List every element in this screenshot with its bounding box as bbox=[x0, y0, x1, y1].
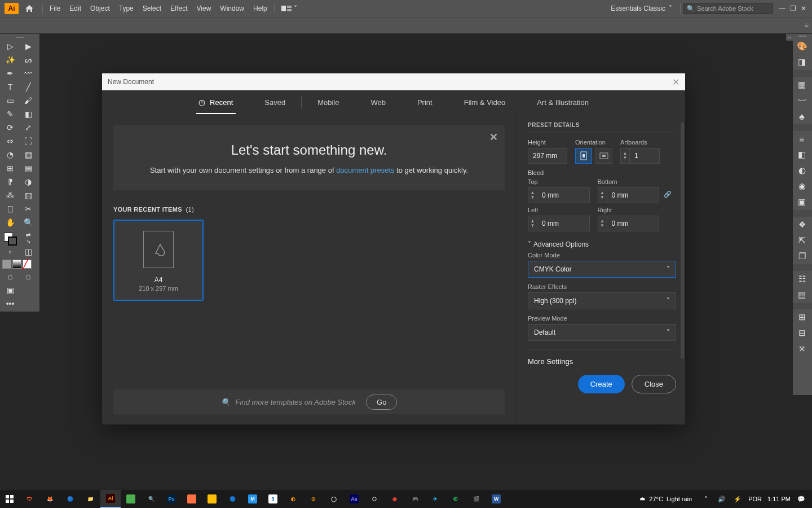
free-transform-tool[interactable]: ⛶ bbox=[19, 134, 37, 148]
more-settings-link[interactable]: More Settings bbox=[528, 357, 676, 366]
asset-export-icon[interactable]: ⇱ bbox=[793, 233, 811, 248]
color-mode-dropdown[interactable]: CMYK Color˅ bbox=[528, 261, 676, 278]
doc-arrange-menu[interactable]: ˅ bbox=[277, 5, 302, 12]
close-button[interactable]: ✕ bbox=[801, 5, 806, 12]
bleed-left-input[interactable]: 0 mm bbox=[537, 216, 590, 231]
taskbar-app-green[interactable] bbox=[121, 490, 141, 508]
bleed-right-stepper[interactable]: ▲▼ bbox=[598, 216, 607, 231]
tab-recent[interactable]: ◷Recent bbox=[183, 90, 249, 114]
rectangle-tool[interactable]: ▭ bbox=[1, 94, 19, 107]
search-field[interactable]: 🔍 Find more templates on Adobe Stock bbox=[221, 398, 356, 406]
direct-selection-tool[interactable]: ▶ bbox=[19, 40, 37, 53]
tab-film-video[interactable]: Film & Video bbox=[448, 90, 521, 114]
slice-tool[interactable]: ✂ bbox=[19, 202, 37, 216]
bleed-right-input[interactable]: 0 mm bbox=[607, 216, 660, 231]
stock-search[interactable]: 🔍 Search Adobe Stock bbox=[683, 3, 773, 14]
taskbar-app-telegram[interactable]: ✈ bbox=[425, 490, 445, 508]
eraser-tool[interactable]: ◧ bbox=[19, 107, 37, 121]
properties-panel-icon[interactable]: ▤ bbox=[793, 287, 811, 303]
taskbar-app-ps-controller[interactable]: 🎮 bbox=[405, 490, 425, 508]
line-tool[interactable]: ╱ bbox=[19, 80, 37, 94]
taskbar-app-word[interactable]: W bbox=[486, 490, 506, 508]
fill-stroke-swatch[interactable] bbox=[1, 231, 19, 245]
scrollbar[interactable] bbox=[681, 122, 684, 359]
home-icon[interactable] bbox=[23, 2, 36, 15]
preview-mode-dropdown[interactable]: Default˅ bbox=[528, 324, 676, 341]
document-presets-link[interactable]: document presets bbox=[336, 166, 394, 174]
close-button[interactable]: Close bbox=[632, 375, 676, 393]
selection-tool[interactable]: ▷ bbox=[1, 40, 19, 53]
go-button[interactable]: Go bbox=[366, 395, 397, 410]
scale-tool[interactable]: ⤢ bbox=[19, 121, 37, 134]
taskbar-app-circle[interactable]: ◯ bbox=[324, 490, 344, 508]
hero-close-icon[interactable]: ✕ bbox=[489, 131, 498, 143]
menu-object[interactable]: Object bbox=[86, 5, 114, 12]
tray-language[interactable]: POR bbox=[748, 496, 762, 502]
gradient-tool[interactable]: ▤ bbox=[19, 161, 37, 175]
taskbar-app-houdini[interactable]: ⊙ bbox=[303, 490, 324, 508]
taskbar-app-photoshop[interactable]: Ps bbox=[161, 490, 182, 508]
lasso-tool[interactable]: ᔕ bbox=[19, 53, 37, 67]
preset-item-a4[interactable]: A4 210 x 297 mm bbox=[113, 220, 204, 301]
graph-tool[interactable]: ▥ bbox=[19, 189, 37, 202]
bleed-top-stepper[interactable]: ▲▼ bbox=[528, 187, 537, 203]
layers-panel-icon[interactable]: ❖ bbox=[793, 217, 811, 233]
artboard-tool[interactable]: ⎕ bbox=[1, 202, 19, 216]
swap-fill-stroke[interactable]: ⇄↘ bbox=[19, 231, 37, 245]
none-fill[interactable]: ╱ bbox=[23, 260, 32, 269]
tray-clock[interactable]: 1:11 PM bbox=[767, 496, 791, 502]
gradient-fill[interactable] bbox=[12, 260, 21, 269]
tab-art-illustration[interactable]: Art & Illustration bbox=[521, 90, 604, 114]
artboards-panel-icon[interactable]: ❐ bbox=[793, 248, 811, 264]
start-button[interactable] bbox=[0, 490, 19, 508]
menu-file[interactable]: File bbox=[45, 5, 65, 12]
transform-panel-icon[interactable]: ⤧ bbox=[793, 341, 811, 357]
menu-edit[interactable]: Edit bbox=[65, 5, 86, 12]
tray-volume-icon[interactable]: 🔊 bbox=[717, 496, 727, 503]
panel-collapse-right[interactable]: ›› bbox=[786, 34, 793, 41]
advanced-options-toggle[interactable]: ˅Advanced Options bbox=[528, 240, 676, 248]
draw-normal[interactable]: ◻ bbox=[1, 270, 19, 283]
shaper-tool[interactable]: ✎ bbox=[1, 107, 19, 121]
shape-builder-tool[interactable]: ◔ bbox=[1, 148, 19, 161]
bleed-bottom-input[interactable]: 0 mm bbox=[607, 187, 660, 203]
taskbar-app-firefox[interactable]: 🦊 bbox=[39, 490, 60, 508]
taskbar-app-magnifier[interactable]: 🔍 bbox=[141, 490, 161, 508]
tray-chevron-icon[interactable]: ˄ bbox=[701, 496, 711, 503]
tab-web[interactable]: Web bbox=[355, 90, 401, 114]
symbols-panel-icon[interactable]: ♣ bbox=[793, 108, 811, 124]
panel-grip[interactable]: •••••• bbox=[1, 35, 38, 40]
menu-type[interactable]: Type bbox=[114, 5, 138, 12]
edit-toolbar[interactable]: ••• bbox=[1, 297, 19, 310]
menu-view[interactable]: View bbox=[192, 5, 216, 12]
tray-network-icon[interactable]: ⚡ bbox=[732, 496, 743, 503]
menu-select[interactable]: Select bbox=[138, 5, 166, 12]
orientation-landscape[interactable] bbox=[595, 148, 612, 164]
artboards-stepper[interactable]: ▲▼ bbox=[620, 148, 629, 164]
menu-effect[interactable]: Effect bbox=[166, 5, 192, 12]
taskbar-app-m[interactable]: M bbox=[242, 490, 263, 508]
taskbar-app-yellow[interactable] bbox=[202, 490, 222, 508]
swatches-panel-icon[interactable]: ▦ bbox=[793, 77, 811, 93]
bleed-top-input[interactable]: 0 mm bbox=[537, 187, 590, 203]
mesh-tool[interactable]: ⊞ bbox=[1, 161, 19, 175]
zoom-tool[interactable]: 🔍 bbox=[19, 216, 37, 229]
appearance-panel-icon[interactable]: ◉ bbox=[793, 178, 811, 194]
taskbar-app-3[interactable]: 3 bbox=[263, 490, 283, 508]
tab-print[interactable]: Print bbox=[401, 90, 448, 114]
paintbrush-tool[interactable]: 🖌 bbox=[19, 94, 37, 107]
taskbar-app-chrome[interactable]: 🔵 bbox=[60, 490, 80, 508]
tab-saved[interactable]: Saved bbox=[249, 90, 301, 114]
blend-tool[interactable]: ◑ bbox=[19, 175, 37, 189]
taskbar-app-blender[interactable]: ◐ bbox=[283, 490, 303, 508]
orientation-portrait[interactable] bbox=[575, 148, 592, 164]
color-guide-icon[interactable]: ◨ bbox=[793, 54, 811, 70]
tab-mobile[interactable]: Mobile bbox=[302, 90, 355, 114]
taskbar-app-aftereffects[interactable]: Ae bbox=[344, 490, 364, 508]
taskbar-app-blue-ring[interactable]: 🔵 bbox=[222, 490, 242, 508]
curvature-tool[interactable]: 〰 bbox=[19, 67, 37, 80]
menu-help[interactable]: Help bbox=[249, 5, 272, 12]
artboards-input[interactable]: 1 bbox=[629, 148, 660, 164]
draw-mode[interactable]: ◫ bbox=[19, 245, 37, 259]
taskbar-app-whatsapp[interactable]: ✆ bbox=[445, 490, 466, 508]
